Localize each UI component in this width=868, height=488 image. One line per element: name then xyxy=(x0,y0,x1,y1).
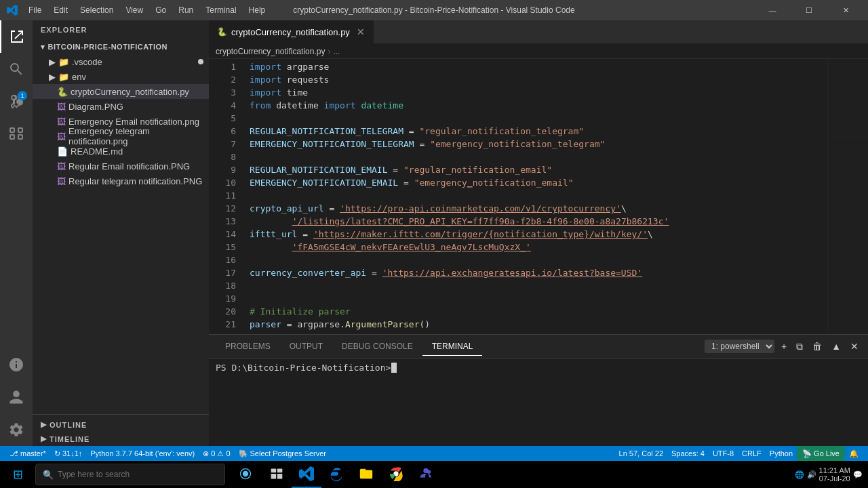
main-layout: 1 EXPLORER ▾ BITCOIN-PRICE-NOTIFICATION xyxy=(0,20,868,446)
status-sync[interactable]: ↻ 31↓1↑ xyxy=(50,446,86,461)
activity-search[interactable] xyxy=(0,53,33,85)
title-bar-left: File Edit Selection View Go Run Terminal… xyxy=(7,4,271,16)
activity-extensions[interactable] xyxy=(0,118,33,150)
activity-alerts[interactable] xyxy=(0,348,33,381)
status-postgres[interactable]: 🐘 Select Postgres Server xyxy=(235,446,331,461)
breadcrumb: cryptoCurrency_notification.py › ... xyxy=(209,44,868,59)
taskbar-chrome[interactable] xyxy=(381,461,411,488)
status-spaces[interactable]: Spaces: 4 xyxy=(667,446,709,461)
activity-settings[interactable] xyxy=(0,413,33,446)
kill-terminal-button[interactable]: 🗑 xyxy=(810,340,825,353)
taskbar-cortana[interactable] xyxy=(231,461,260,488)
taskbar-start-button[interactable]: ⊞ xyxy=(3,461,33,488)
status-git-branch[interactable]: ⎇ master* xyxy=(5,446,50,461)
tab-main-py[interactable]: 🐍 cryptoCurrency_notification.py ✕ xyxy=(209,20,374,43)
terminal-prompt-text: PS D:\Bitcoin-Price-Notification> xyxy=(216,363,391,373)
status-language[interactable]: Python xyxy=(766,446,797,461)
code-line-6: REGULAR_NOTIFICATION_TELEGRAM = "regular… xyxy=(250,125,827,138)
menu-terminal[interactable]: Terminal xyxy=(200,4,241,16)
tree-item-regular-telegram[interactable]: 🖼 Regular telegram notification.PNG xyxy=(33,174,209,188)
time-display: 11:21 AM xyxy=(819,466,850,474)
split-terminal-button[interactable]: ⧉ xyxy=(793,340,806,354)
code-line-16 xyxy=(250,253,827,266)
menu-bar: File Edit Selection View Go Run Terminal… xyxy=(23,4,271,16)
activity-account[interactable] xyxy=(0,381,33,413)
chevron-down-icon: ▾ xyxy=(41,43,45,52)
status-go-live[interactable]: 📡 Go Live xyxy=(797,446,845,461)
tab-label: cryptoCurrency_notification.py xyxy=(231,27,350,37)
status-line-ending[interactable]: CRLF xyxy=(738,446,766,461)
taskbar-teams[interactable] xyxy=(411,461,441,488)
status-position[interactable]: Ln 57, Col 22 xyxy=(615,446,667,461)
chevron-right-icon-outline: ▶ xyxy=(41,420,47,429)
code-editor[interactable]: import argparse import requests import t… xyxy=(243,59,827,334)
postgres-text: Select Postgres Server xyxy=(250,449,327,458)
tree-item-regular-email[interactable]: 🖼 Regular Email notification.PNG xyxy=(33,159,209,174)
folder-icon: 📁 xyxy=(58,57,69,67)
minimize-button[interactable]: ― xyxy=(757,0,788,20)
postgres-icon: 🐘 xyxy=(239,449,248,458)
tree-item-main-py[interactable]: 🐍 cryptoCurrency_notification.py xyxy=(33,84,209,99)
code-line-7: EMERGENCY_NOTIFICATION_TELEGRAM = "emerg… xyxy=(250,138,827,150)
menu-run[interactable]: Run xyxy=(173,4,199,16)
panel-tab-output[interactable]: OUTPUT xyxy=(280,338,332,355)
menu-file[interactable]: File xyxy=(23,4,47,16)
menu-go[interactable]: Go xyxy=(150,4,172,16)
status-errors[interactable]: ⊗ 0 ⚠ 0 xyxy=(199,446,234,461)
tree-item-vscode[interactable]: ▶ 📁 .vscode xyxy=(33,54,209,69)
status-encoding[interactable]: UTF-8 xyxy=(709,446,738,461)
taskbar-search-input[interactable] xyxy=(58,470,218,479)
code-line-17: currency_converter_api = 'https://api.ex… xyxy=(250,266,827,279)
terminal-select[interactable]: 1: powershell xyxy=(705,340,774,353)
maximize-button[interactable]: ☐ xyxy=(793,0,825,20)
tree-item-env[interactable]: ▶ 📁 env xyxy=(33,69,209,84)
root-folder[interactable]: ▾ BITCOIN-PRICE-NOTIFICATION xyxy=(33,39,209,54)
breadcrumb-file[interactable]: cryptoCurrency_notification.py xyxy=(216,47,325,56)
panel-tab-problems[interactable]: PROBLEMS xyxy=(216,338,280,355)
code-line-18 xyxy=(250,279,827,292)
taskbar-vscode[interactable] xyxy=(292,461,321,488)
terminal-content[interactable]: PS D:\Bitcoin-Price-Notification> xyxy=(209,359,868,446)
taskbar-explorer[interactable] xyxy=(351,461,381,488)
taskbar-notification-icon[interactable]: 💬 xyxy=(853,470,863,479)
tree-item-diagram[interactable]: 🖼 Diagram.PNG xyxy=(33,99,209,114)
activity-explorer[interactable] xyxy=(0,20,33,53)
activity-source-control[interactable]: 1 xyxy=(0,85,33,118)
search-icon: 🔍 xyxy=(43,470,54,480)
taskbar-edge[interactable] xyxy=(321,461,351,488)
folder-icon: 📁 xyxy=(58,72,69,82)
sync-text: 31↓1↑ xyxy=(62,449,82,458)
chevron-right-icon-timeline: ▶ xyxy=(41,434,47,443)
git-branch-icon: ⎇ xyxy=(9,449,18,458)
breadcrumb-section[interactable]: ... xyxy=(333,47,340,56)
file-name-emergency-telegram: Emergency telegram notification.png xyxy=(68,126,209,146)
vscode-logo xyxy=(7,5,18,16)
menu-help[interactable]: Help xyxy=(243,4,271,16)
outline-section[interactable]: ▶ OUTLINE xyxy=(33,418,209,432)
menu-view[interactable]: View xyxy=(120,4,149,16)
position-text: Ln 57, Col 22 xyxy=(619,449,663,458)
code-line-20: # Initialize parser xyxy=(250,305,827,318)
file-name-diagram: Diagram.PNG xyxy=(68,102,123,112)
menu-selection[interactable]: Selection xyxy=(75,4,119,16)
menu-edit[interactable]: Edit xyxy=(48,4,73,16)
maximize-panel-button[interactable]: ▲ xyxy=(829,340,844,353)
new-terminal-button[interactable]: + xyxy=(778,340,789,353)
sync-icon: ↻ xyxy=(54,449,60,458)
tree-item-emergency-telegram[interactable]: 🖼 Emergency telegram notification.png xyxy=(33,129,209,144)
taskbar-task-view[interactable] xyxy=(262,461,292,488)
panel-tab-terminal[interactable]: TERMINAL xyxy=(422,338,483,356)
tab-close-button[interactable]: ✕ xyxy=(357,26,365,37)
status-notifications[interactable]: 🔔 xyxy=(845,446,863,461)
panel-tab-debug-console[interactable]: DEBUG CONSOLE xyxy=(332,338,422,355)
taskbar-search[interactable]: 🔍 xyxy=(35,464,225,485)
close-button[interactable]: ✕ xyxy=(830,0,861,20)
breadcrumb-separator: › xyxy=(328,47,330,56)
timeline-section[interactable]: ▶ TIMELINE xyxy=(33,432,209,446)
sidebar-header: EXPLORER xyxy=(33,20,209,39)
activity-bottom xyxy=(0,348,33,446)
status-python[interactable]: Python 3.7.7 64-bit ('env': venv) xyxy=(86,446,199,461)
sidebar: EXPLORER ▾ BITCOIN-PRICE-NOTIFICATION ▶ … xyxy=(33,20,209,446)
taskbar-time[interactable]: 11:21 AM 07-Jul-20 xyxy=(819,466,850,483)
close-panel-button[interactable]: ✕ xyxy=(848,340,861,353)
